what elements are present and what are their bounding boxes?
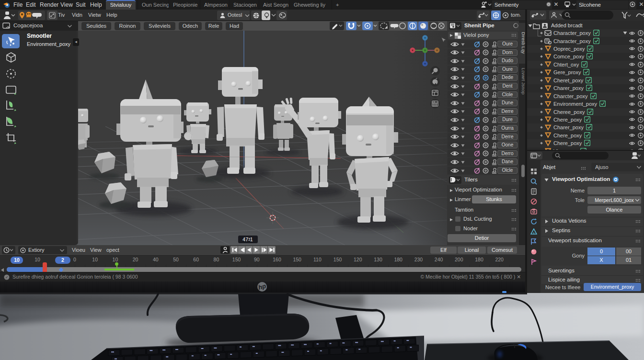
svg-text:47ᶾ1: 47ᶾ1: [242, 236, 253, 242]
svg-text:✓: ✓: [5, 275, 9, 280]
